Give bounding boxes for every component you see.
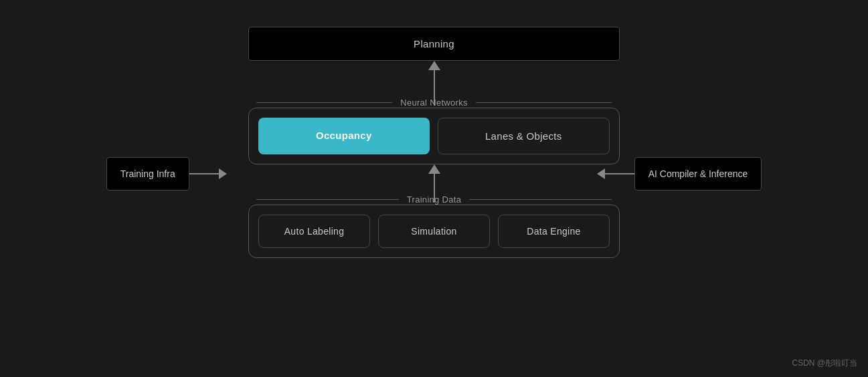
auto-labeling-label: Auto Labeling xyxy=(284,226,345,237)
arrow-neural-icon xyxy=(434,164,435,195)
arrow-planning-icon xyxy=(434,61,435,98)
occupancy-item[interactable]: Occupancy xyxy=(258,118,430,154)
planning-box: Planning xyxy=(248,27,620,61)
main-flow: Planning Neural Networks Occupancy Lanes… xyxy=(248,27,620,258)
ai-compiler-label: AI Compiler & Inference xyxy=(648,168,748,179)
training-infra-label: Training Infra xyxy=(120,168,175,179)
ai-compiler-box: AI Compiler & Inference xyxy=(634,157,762,191)
neural-section-label-wrapper: Neural Networks xyxy=(248,98,620,108)
diagram-container: Training Infra AI Compiler & Inference P… xyxy=(0,0,868,377)
watermark-text: CSDN @彤啦叮当 xyxy=(792,358,857,368)
arrow-left-icon xyxy=(598,173,634,174)
neural-networks-box: Occupancy Lanes & Objects xyxy=(248,108,620,164)
simulation-item[interactable]: Simulation xyxy=(378,215,490,248)
data-engine-label: Data Engine xyxy=(527,226,580,237)
lanes-objects-item[interactable]: Lanes & Objects xyxy=(438,118,610,154)
training-infra-box: Training Infra xyxy=(106,157,189,191)
training-data-box: Auto Labeling Simulation Data Engine xyxy=(248,205,620,258)
lanes-objects-label: Lanes & Objects xyxy=(485,130,562,142)
auto-labeling-item[interactable]: Auto Labeling xyxy=(258,215,370,248)
arrow-right-icon xyxy=(189,173,226,174)
neural-section-label: Neural Networks xyxy=(400,98,468,108)
occupancy-label: Occupancy xyxy=(316,130,372,141)
watermark: CSDN @彤啦叮当 xyxy=(792,358,857,369)
data-engine-item[interactable]: Data Engine xyxy=(498,215,610,248)
simulation-label: Simulation xyxy=(411,226,456,237)
planning-label: Planning xyxy=(414,38,454,49)
